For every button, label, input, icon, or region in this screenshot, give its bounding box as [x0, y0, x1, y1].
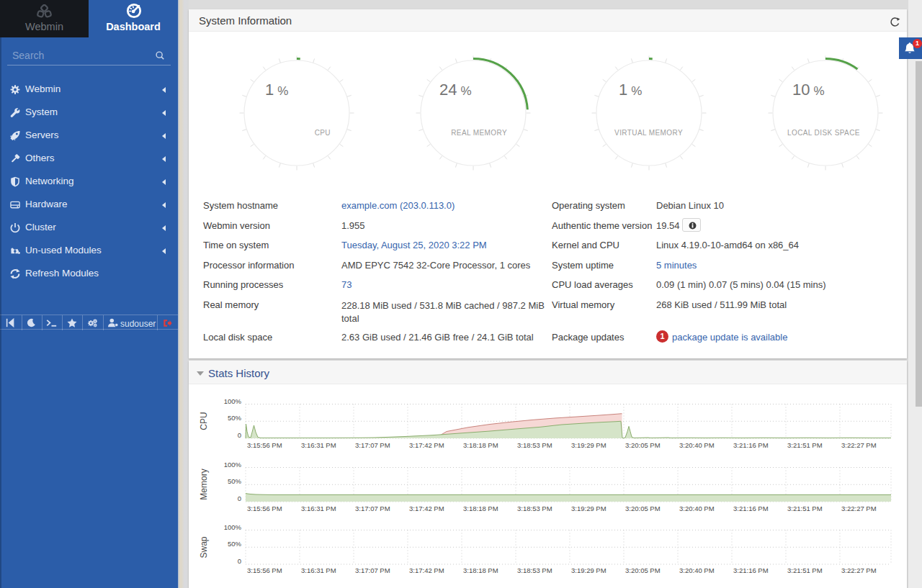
svg-text:3:17:42 PM: 3:17:42 PM [409, 505, 444, 512]
svg-text:3:21:16 PM: 3:21:16 PM [733, 566, 769, 574]
svg-text:3:21:51 PM: 3:21:51 PM [787, 566, 823, 574]
svg-text:3:18:18 PM: 3:18:18 PM [463, 505, 498, 512]
svg-text:3:22:27 PM: 3:22:27 PM [841, 505, 877, 512]
svg-text:100%: 100% [224, 397, 242, 405]
svg-text:3:17:07 PM: 3:17:07 PM [355, 566, 390, 574]
svg-text:50%: 50% [228, 477, 242, 485]
svg-text:3:16:31 PM: 3:16:31 PM [301, 505, 336, 512]
svg-text:3:19:29 PM: 3:19:29 PM [571, 505, 607, 512]
svg-text:3:20:40 PM: 3:20:40 PM [679, 505, 715, 512]
svg-text:0: 0 [238, 557, 241, 565]
svg-text:3:17:07 PM: 3:17:07 PM [355, 441, 390, 449]
svg-text:50%: 50% [228, 414, 242, 422]
svg-text:3:22:27 PM: 3:22:27 PM [841, 566, 877, 574]
svg-text:3:19:29 PM: 3:19:29 PM [571, 566, 607, 574]
svg-text:100%: 100% [224, 523, 242, 531]
svg-text:3:17:42 PM: 3:17:42 PM [409, 441, 444, 449]
svg-text:3:21:51 PM: 3:21:51 PM [787, 505, 823, 512]
svg-text:3:22:27 PM: 3:22:27 PM [841, 441, 877, 449]
svg-text:100%: 100% [224, 461, 242, 469]
svg-text:3:18:18 PM: 3:18:18 PM [463, 566, 498, 574]
svg-text:3:18:53 PM: 3:18:53 PM [517, 566, 552, 574]
svg-text:Memory: Memory [199, 469, 209, 499]
svg-text:0: 0 [238, 494, 241, 502]
svg-text:3:20:05 PM: 3:20:05 PM [625, 441, 661, 449]
svg-text:Swap: Swap [199, 536, 209, 558]
svg-text:3:18:53 PM: 3:18:53 PM [517, 505, 552, 512]
svg-text:3:16:31 PM: 3:16:31 PM [301, 566, 336, 574]
svg-text:0: 0 [238, 431, 241, 439]
svg-text:3:15:56 PM: 3:15:56 PM [247, 441, 282, 449]
svg-text:3:15:56 PM: 3:15:56 PM [247, 505, 282, 512]
svg-text:3:16:31 PM: 3:16:31 PM [301, 441, 336, 449]
svg-text:3:20:05 PM: 3:20:05 PM [625, 566, 661, 574]
svg-text:3:20:05 PM: 3:20:05 PM [625, 505, 661, 512]
svg-text:3:17:07 PM: 3:17:07 PM [355, 505, 390, 512]
svg-text:CPU: CPU [199, 412, 209, 430]
svg-text:3:20:40 PM: 3:20:40 PM [679, 566, 715, 574]
svg-text:3:17:42 PM: 3:17:42 PM [409, 566, 444, 574]
svg-text:3:21:16 PM: 3:21:16 PM [733, 505, 769, 512]
svg-text:3:21:51 PM: 3:21:51 PM [787, 441, 823, 449]
svg-text:3:20:40 PM: 3:20:40 PM [679, 441, 715, 449]
svg-text:3:18:18 PM: 3:18:18 PM [463, 441, 498, 449]
svg-text:3:19:29 PM: 3:19:29 PM [571, 441, 607, 449]
svg-text:3:18:53 PM: 3:18:53 PM [517, 441, 552, 449]
svg-text:50%: 50% [228, 540, 242, 548]
svg-text:3:21:16 PM: 3:21:16 PM [733, 441, 769, 449]
svg-text:3:15:56 PM: 3:15:56 PM [247, 566, 282, 574]
